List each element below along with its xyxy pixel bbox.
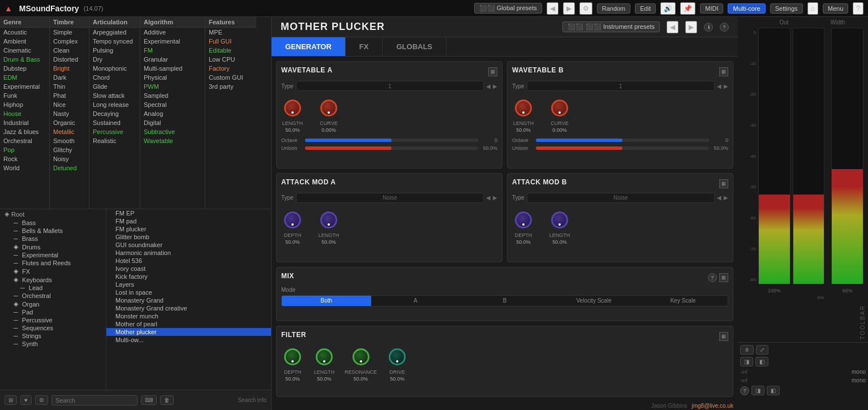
- feat-editable[interactable]: Editable: [205, 46, 256, 55]
- algo-physical[interactable]: Physical: [140, 73, 205, 82]
- genre-item-experimental[interactable]: Experimental: [0, 82, 49, 91]
- wavetable-a-curve-knob[interactable]: CURVE 0.00%: [317, 97, 340, 133]
- bottom-copy-button[interactable]: ◨: [751, 386, 764, 395]
- wt-b-unison-track[interactable]: [536, 146, 709, 150]
- random-button[interactable]: Random: [597, 3, 631, 14]
- add-button[interactable]: ⊞: [5, 395, 17, 405]
- algo-digital[interactable]: Digital: [140, 118, 205, 127]
- preset-fmpad[interactable]: FM pad: [106, 217, 271, 225]
- algo-additive[interactable]: Additive: [140, 28, 205, 37]
- algo-wavetable[interactable]: Wavetable: [140, 136, 205, 145]
- genre-item-acoustic[interactable]: Acoustic: [0, 28, 49, 37]
- copy-right-button[interactable]: ◧: [755, 357, 768, 366]
- genre-item-pop[interactable]: Pop: [0, 145, 49, 154]
- tab-globals[interactable]: GLOBALS: [383, 37, 446, 56]
- filter-resonance-knob[interactable]: RESONANCE 50.0%: [345, 346, 377, 382]
- pin-icon[interactable]: 📌: [680, 2, 695, 15]
- bottom-help-button[interactable]: ?: [740, 386, 749, 395]
- artic-percussive[interactable]: Percussive: [89, 127, 140, 136]
- artic-dry[interactable]: Dry: [89, 55, 140, 64]
- tree-percussive[interactable]: ─ Percussive: [0, 316, 106, 324]
- tree-strings[interactable]: ─ Strings: [0, 332, 106, 340]
- wt-b-octave-track[interactable]: [536, 139, 709, 142]
- plugin-info-button[interactable]: ℹ: [704, 23, 713, 32]
- filter-expand-button[interactable]: ⊞: [719, 332, 728, 341]
- timbre-organic[interactable]: Organic: [50, 118, 89, 127]
- delete-button[interactable]: 🗑: [160, 395, 174, 405]
- tree-organ[interactable]: ◈ Organ: [0, 300, 106, 308]
- preset-ivory[interactable]: Ivory coast: [106, 265, 271, 273]
- genre-item-cinematic[interactable]: Cinematic: [0, 46, 49, 55]
- volume-icon[interactable]: 🔊: [660, 2, 676, 15]
- algo-multisampled[interactable]: Multi-sampled: [140, 64, 205, 73]
- mix-info-button[interactable]: ?: [708, 273, 717, 282]
- search-input[interactable]: [51, 395, 137, 405]
- attack-mod-a-depth-knob[interactable]: DEPTH 50.0%: [281, 209, 304, 245]
- timbre-phat[interactable]: Phat: [50, 91, 89, 100]
- wavetable-b-curve-knob[interactable]: CURVE 0.00%: [548, 97, 571, 133]
- preset-monastery[interactable]: Monastery Grand: [106, 296, 271, 304]
- pause-button[interactable]: ⏸: [740, 345, 754, 355]
- settings-button[interactable]: Settings: [770, 3, 803, 14]
- genre-item-hiphop[interactable]: Hiphop: [0, 100, 49, 109]
- tree-fx[interactable]: ◈ FX: [0, 267, 106, 275]
- preset-harmonic[interactable]: Harmonic animation: [106, 249, 271, 257]
- feat-3rdparty[interactable]: 3rd party: [205, 82, 256, 91]
- heart-button[interactable]: ♥: [20, 395, 32, 405]
- timbre-simple[interactable]: Simple: [50, 28, 89, 37]
- mix-expand-button[interactable]: ⊞: [719, 273, 728, 282]
- preset-multi[interactable]: Multi-ow...: [106, 336, 271, 344]
- wavetable-b-expand-button[interactable]: ⊞: [719, 67, 728, 76]
- algo-pwm[interactable]: PWM: [140, 82, 205, 91]
- tab-generator[interactable]: GENERATOR: [272, 37, 346, 56]
- expand-button[interactable]: ⤢: [756, 345, 768, 355]
- timbre-thin[interactable]: Thin: [50, 82, 89, 91]
- bottom-paste-button[interactable]: ◧: [767, 386, 780, 395]
- timbre-bright[interactable]: Bright: [50, 64, 89, 73]
- attack-mod-b-length-knob[interactable]: LENGTH 50.0%: [548, 209, 571, 245]
- help-icon[interactable]: ?: [853, 2, 863, 15]
- preset-fmplucker[interactable]: FM plucker: [106, 225, 271, 233]
- keyboard-icon-button[interactable]: ⌨: [141, 395, 157, 405]
- feat-lowcpu[interactable]: Low CPU: [205, 55, 256, 64]
- genre-item-orchestral[interactable]: Orchestral: [0, 136, 49, 145]
- attack-mod-b-expand-button[interactable]: ⊞: [719, 179, 728, 188]
- timbre-glitchy[interactable]: Glitchy: [50, 145, 89, 154]
- algo-sampled[interactable]: Sampled: [140, 91, 205, 100]
- timbre-clean[interactable]: Clean: [50, 46, 89, 55]
- genre-item-rock[interactable]: Rock: [0, 154, 49, 163]
- wavetable-b-prev-arrow[interactable]: ◀: [717, 83, 721, 89]
- artic-chord[interactable]: Chord: [89, 73, 140, 82]
- wavetable-a-expand-button[interactable]: ⊞: [488, 67, 497, 76]
- filter-length-knob[interactable]: LENGTH 50.0%: [313, 346, 336, 382]
- preset-lost[interactable]: Lost in space: [106, 288, 271, 296]
- artic-realistic[interactable]: Realistic: [89, 136, 140, 145]
- wt-a-unison-track[interactable]: [305, 146, 478, 150]
- attack-mod-b-depth-knob[interactable]: DEPTH 50.0%: [512, 209, 535, 245]
- plugin-prev-button[interactable]: ◀: [667, 21, 678, 33]
- tree-experimental[interactable]: ─ Experimental: [0, 251, 106, 259]
- tree-orchestral[interactable]: ─ Orchestral: [0, 292, 106, 300]
- timbre-detuned[interactable]: Detuned: [50, 163, 89, 172]
- preset-hotel[interactable]: Hotel 536: [106, 257, 271, 265]
- plugin-next-button[interactable]: ▶: [685, 21, 697, 33]
- mix-mode-key[interactable]: Key Scale: [638, 296, 728, 306]
- artic-pulsing[interactable]: Pulsing: [89, 46, 140, 55]
- timbre-dark[interactable]: Dark: [50, 73, 89, 82]
- mix-mode-velocity[interactable]: Velocity Scale: [549, 296, 639, 306]
- algo-granular[interactable]: Granular: [140, 55, 205, 64]
- wt-a-octave-track[interactable]: [305, 139, 478, 142]
- feat-mpe[interactable]: MPE: [205, 28, 256, 37]
- algo-analog[interactable]: Analog: [140, 109, 205, 118]
- global-presets-button[interactable]: ⬛⬛ Global presets: [474, 3, 542, 14]
- mix-mode-both[interactable]: Both: [282, 296, 371, 306]
- filter-drive-knob[interactable]: DRIVE 50.0%: [386, 346, 409, 382]
- timbre-nasty[interactable]: Nasty: [50, 109, 89, 118]
- artic-decaying[interactable]: Decaying: [89, 109, 140, 118]
- attack-mod-b-prev-arrow[interactable]: ◀: [717, 195, 721, 201]
- genre-item-drum[interactable]: Drum & Bass: [0, 55, 49, 64]
- settings-icon-button[interactable]: ⚙: [579, 2, 592, 15]
- wavetable-a-prev-arrow[interactable]: ◀: [486, 83, 491, 89]
- algo-subtractive[interactable]: Subtractive: [140, 127, 205, 136]
- feat-fullgui[interactable]: Full GUI: [205, 37, 256, 46]
